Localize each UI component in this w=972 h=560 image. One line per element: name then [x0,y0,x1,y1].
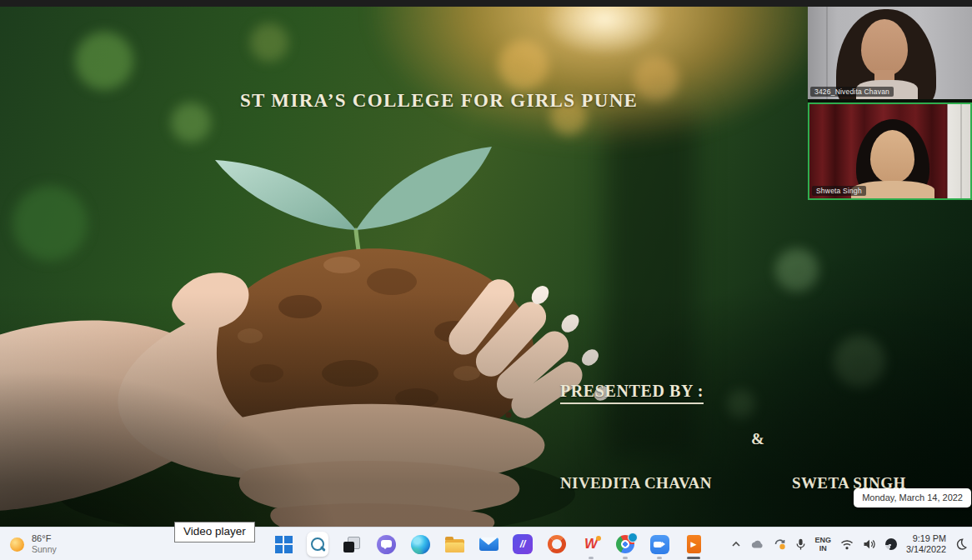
wps-office-button[interactable]: W [580,528,602,560]
edge-button[interactable] [409,528,431,560]
volume-icon [863,538,876,550]
show-hidden-icons-button[interactable] [731,541,741,548]
tray-app-icon[interactable] [885,538,897,550]
video-player-app-button[interactable]: ▶ [683,528,704,560]
file-explorer-icon [445,539,464,552]
wps-office-icon: W [584,536,598,552]
office-icon [548,535,566,553]
mail-icon [479,538,499,551]
webcam-tile-shweta[interactable]: Shweta Singh [808,102,972,200]
participant-name-label: 3426_Nivedita Chavan [810,87,894,97]
chevron-up-icon [731,541,741,548]
running-indicator [589,557,594,559]
date-tooltip: Monday, March 14, 2022 [854,488,971,508]
language-line-1: ENG [814,536,831,544]
zoom-app-icon [650,535,669,554]
search-icon [311,538,324,551]
presenter-block-1: NIVEDITA CHAVAN CLASS F.Y.BCOM ‘C’ ROLL … [560,428,723,527]
tray-time: 9:19 PM [906,533,946,545]
video-player-tooltip: Video player [174,522,255,542]
video-player-app-icon: ▶ [687,535,701,553]
slide-title: ST MIRA’S COLLEGE FOR GIRLS PUNE [240,90,638,112]
wall-shadow [826,7,828,99]
language-line-2: IN [814,544,831,552]
microphone-icon [796,538,805,551]
presenter-1-name: NIVEDITA CHAVAN [560,472,723,495]
task-view-button[interactable] [341,528,363,560]
office-button[interactable] [546,528,568,560]
do-not-disturb-moon-icon [955,538,967,550]
mail-button[interactable] [478,528,499,560]
onedrive-tray-button[interactable] [750,539,764,549]
taskbar-app-icons: // W ▶ [273,528,704,560]
running-indicator [623,557,628,559]
onedrive-cloud-icon [750,539,764,549]
weather-widget[interactable]: 86°F Sunny [10,530,57,558]
chat-icon [377,535,396,554]
participant-name-label: Shweta Singh [812,186,866,196]
indigo-app-icon: // [513,534,533,554]
edge-icon [411,535,430,554]
clock[interactable]: 9:19 PM 3/14/2022 [906,533,946,556]
chrome-icon [616,535,634,553]
chat-button[interactable] [375,528,397,560]
wifi-icon [840,539,854,550]
sync-tray-button[interactable] [774,538,787,550]
start-icon [275,536,293,553]
presenter-block-2: SWETA SINGH CLASS BCA ROLL NO 12145 [792,428,912,527]
volume-tray-button[interactable] [863,538,876,550]
weather-condition: Sunny [32,544,57,555]
active-running-indicator [687,557,700,559]
desktop-screen: ST MIRA’S COLLEGE FOR GIRLS PUNE PRESENT… [0,0,972,560]
indigo-app-button[interactable]: // [512,528,534,560]
weather-temperature: 86°F [32,533,57,544]
webcam-tile-nivedita[interactable]: 3426_Nivedita Chavan [808,7,972,99]
participant-face [861,19,908,76]
top-dark-strip [0,0,972,7]
zoom-app-button[interactable] [649,528,670,560]
door-edge [960,104,962,198]
task-view-icon [343,537,360,552]
participant-face [870,130,914,183]
tray-date: 3/14/2022 [906,544,946,556]
sync-orange-dot-icon [774,538,787,550]
search-button[interactable] [307,528,328,560]
microphone-tray-button[interactable] [796,538,805,551]
language-indicator[interactable]: ENG IN [814,536,831,552]
chrome-notification-badge [628,532,638,542]
webcam-strip: 3426_Nivedita Chavan Shweta Singh [808,7,972,200]
notification-center-button[interactable] [955,538,967,550]
running-indicator [657,557,662,559]
file-explorer-button[interactable] [443,528,465,560]
taskbar: 86°F Sunny [0,527,972,560]
chrome-button[interactable] [614,528,636,560]
system-tray: ENG IN 9:19 PM 3/14/2022 [731,528,967,560]
start-button[interactable] [273,528,294,560]
ampersand: & [751,428,764,451]
presented-by-heading: PRESENTED BY : [560,382,704,404]
wifi-tray-button[interactable] [840,539,854,550]
sun-icon [10,538,24,552]
